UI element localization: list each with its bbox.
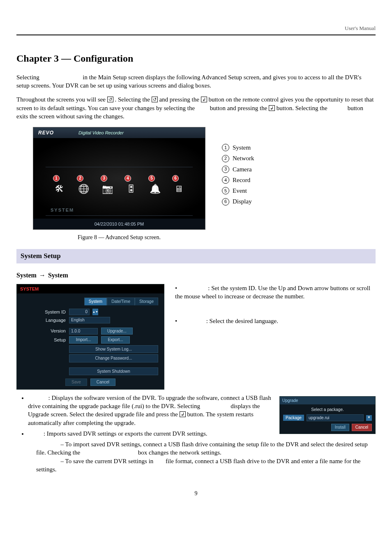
enter-icon: ↲ (269, 105, 275, 111)
text: . Selecting the (115, 96, 152, 103)
text: : Imports saved DVR settings or exports … (44, 430, 208, 437)
legend-number-icon: 6 (222, 198, 229, 205)
intro-paragraph-2: Throughout the screens you will see ↺ . … (16, 95, 376, 120)
export-sub: Export… – To save the current DVR settin… (36, 457, 376, 474)
brand-logo: REVO (38, 129, 54, 136)
badge-5: 5 (148, 175, 155, 182)
intro-paragraph-1: Selecting Advanced Setup in the Main Set… (16, 73, 376, 90)
menu-icon-event[interactable]: 🔔 5 (145, 179, 165, 199)
cancel-label: Cancel (329, 105, 346, 111)
text: System (16, 271, 37, 280)
badge-1: 1 (53, 175, 60, 182)
label-system-id: System ID (23, 309, 66, 315)
system-id-field[interactable]: 0 (69, 309, 90, 315)
package-field[interactable]: upgrade.rui (307, 414, 364, 422)
settings-window-title: SYSTEM (17, 284, 164, 294)
badge-4: 4 (125, 175, 131, 182)
system-id-label: System ID (180, 285, 207, 291)
system-id-spinner[interactable]: ▲▼ (92, 309, 98, 315)
dvr-titlebar: REVO Digital Video Recorder (33, 127, 205, 138)
text: – To save the current DVR settings in (61, 458, 155, 464)
text: button and pressing the (210, 105, 269, 111)
label-version: Version (23, 328, 66, 334)
language-field[interactable]: English (69, 317, 110, 323)
upgrade-button[interactable]: Upgrade... (101, 328, 133, 335)
bell-icon: 🔔 (150, 183, 161, 195)
show-system-log-button[interactable]: Show System Log... (69, 345, 158, 353)
advanced-setup-label: Advanced Setup (41, 74, 81, 81)
page-header-doc-title: User's Manual (16, 25, 376, 32)
save-label: Save (196, 105, 208, 111)
menu-icon-camera[interactable]: 📷 3 (97, 179, 117, 199)
figure-caption: Figure 8 — Advanced Setup screen. (33, 234, 205, 242)
chevron-down-icon[interactable]: ▼ (366, 415, 372, 421)
change-password-button[interactable]: Change Password... (69, 354, 158, 362)
enter-icon: ↲ (201, 97, 207, 102)
version-field: 1.0.0 (69, 328, 98, 335)
tab-datetime[interactable]: Date/Time (107, 298, 135, 305)
system-shutdown-button[interactable]: System Shutdown (69, 367, 158, 376)
page-number: 9 (16, 490, 376, 498)
legend-item: 1System (222, 143, 254, 152)
reset-icon: ↺ (107, 97, 113, 102)
text: button. Selecting the (277, 105, 329, 111)
legend-number-icon: 5 (222, 187, 229, 194)
selected-menu-label: SYSTEM (51, 207, 74, 213)
subsection-heading: System → System (16, 271, 376, 280)
menu-legend-list: 1System 2Network 3Camera 4Record 5Event … (222, 127, 254, 230)
tabs: System Date/Time Storage (23, 298, 158, 305)
import-sub: Import… – To import saved DVR settings, … (36, 440, 376, 457)
text: and pressing the (159, 96, 201, 103)
language-label: Language (180, 318, 205, 324)
legend-label: Event (233, 187, 247, 195)
import-button[interactable]: Import... (69, 336, 98, 344)
system-settings-screenshot: SYSTEM System Date/Time Storage System I… (16, 284, 164, 390)
menu-icon-network[interactable]: 🌐 2 (74, 179, 93, 199)
legend-item: 2Network (222, 154, 254, 162)
advanced-setup-screenshot: REVO Digital Video Recorder 🛠 1 🌐 2 📷 3 (33, 127, 205, 230)
section-heading-system-setup: System Setup (16, 249, 376, 263)
header-rule (16, 35, 376, 35)
save-button[interactable]: Save (65, 379, 87, 386)
tools-icon: 🛠 (55, 183, 64, 195)
dat-format-label: .dat (155, 458, 164, 464)
legend-label: Camera (233, 165, 252, 173)
version-label: Version (28, 395, 47, 401)
tab-system[interactable]: System (84, 298, 107, 305)
import-label: Import… (36, 441, 59, 448)
globe-icon: 🌐 (78, 183, 89, 195)
upgrade-label: Upgrade… (202, 403, 229, 409)
legend-label: Record (233, 176, 250, 184)
upgrade-cancel-button[interactable]: Cancel (352, 424, 372, 431)
dvr-title: Digital Video Recorder (78, 130, 124, 136)
upgrade-dialog-title: Upgrade (280, 397, 375, 405)
tab-storage[interactable]: Storage (135, 298, 158, 305)
menu-icon-system[interactable]: 🛠 1 (50, 179, 69, 199)
text: System (48, 271, 68, 280)
enter-icon: ↲ (180, 411, 186, 417)
badge-6: 6 (172, 175, 179, 182)
dvr-timestamp: 04/22/2010 01:48:05 PM (33, 219, 205, 229)
text: Selecting (16, 74, 41, 81)
legend-label: Display (233, 197, 252, 205)
menu-icon-record[interactable]: 🎛 4 (121, 179, 141, 199)
export-button[interactable]: Export... (101, 336, 130, 344)
upgrade-message: Select a package. (283, 407, 372, 413)
legend-number-icon: 4 (222, 176, 229, 184)
badge-2: 2 (77, 175, 83, 182)
camera-icon: 📷 (102, 183, 113, 195)
legend-item: 5Event (222, 187, 254, 195)
menu-icon-display[interactable]: 🖥 6 (169, 179, 189, 199)
export-label: Export… (36, 458, 59, 464)
monitor-icon: 🖥 (174, 183, 183, 195)
legend-item: 3Camera (222, 165, 254, 173)
text: Throughout the screens you will see (16, 96, 107, 103)
text: : Select the desired language. (206, 318, 278, 324)
chapter-title: Chapter 3 — Configuration (16, 52, 376, 65)
legend-number-icon: 2 (222, 155, 229, 162)
cancel-button[interactable]: Cancel (90, 379, 115, 386)
arrow-icon: → (39, 271, 46, 280)
legend-number-icon: 3 (222, 166, 229, 173)
install-button[interactable]: Install (331, 424, 349, 431)
gear-icon: 🎛 (127, 183, 136, 195)
